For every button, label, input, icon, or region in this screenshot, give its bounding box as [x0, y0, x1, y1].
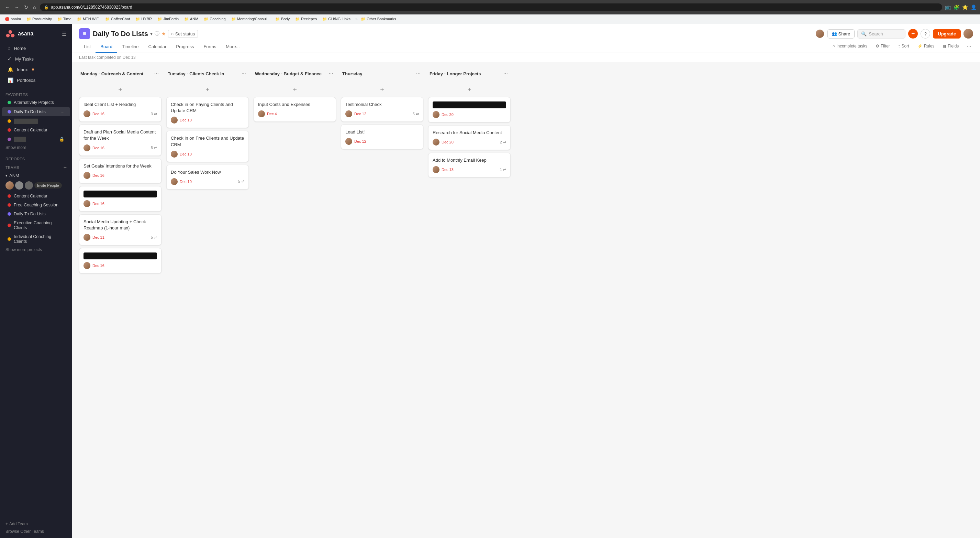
add-card-tuesday-button[interactable]: +: [169, 84, 247, 95]
sidebar-project-alternatively[interactable]: Alternatively Projects: [2, 98, 70, 107]
tab-timeline[interactable]: Timeline: [117, 41, 144, 53]
project-more-icon[interactable]: ···: [60, 109, 65, 115]
title-dropdown-icon[interactable]: ▾: [150, 31, 153, 37]
home-button[interactable]: ⌂: [32, 4, 37, 11]
bookmark-baalm[interactable]: 🔴 baalm: [3, 16, 23, 22]
column-wednesday-menu[interactable]: ···: [328, 70, 335, 77]
show-more-favorites[interactable]: Show more: [0, 144, 72, 152]
tab-list[interactable]: List: [79, 41, 95, 53]
add-card-friday-button[interactable]: +: [430, 84, 509, 95]
card-research-social[interactable]: Research for Social Media Content Dec 20…: [428, 125, 511, 150]
bookmark-ghng[interactable]: 📁 GH/NG Links: [320, 16, 353, 22]
card-footer: Dec 10 5 ⇌: [171, 178, 244, 185]
show-more-projects[interactable]: Show more projects: [0, 246, 72, 254]
column-monday-menu[interactable]: ···: [153, 70, 160, 77]
tab-forms[interactable]: Forms: [199, 41, 221, 53]
rules-button[interactable]: ⚡ Rules: [915, 43, 937, 49]
sidebar-project-redacted2[interactable]: ████ 🔒: [2, 135, 70, 144]
tab-more[interactable]: More...: [221, 41, 244, 53]
bookmark-productivity[interactable]: 📁 Productivity: [24, 16, 54, 22]
bookmark-star-icon[interactable]: ⭐: [962, 5, 968, 10]
bookmark-mentoring[interactable]: 📁 Mentoring/Consul...: [229, 16, 272, 22]
extensions-icon[interactable]: 🧩: [953, 5, 959, 10]
sidebar-toggle-icon[interactable]: ☰: [62, 30, 67, 37]
invite-people-button[interactable]: Invite People: [34, 182, 62, 188]
card-redacted-2[interactable]: Dec 16: [79, 248, 162, 273]
add-card-monday-button[interactable]: +: [81, 84, 159, 95]
sidebar-item-home[interactable]: ⌂ Home: [2, 43, 70, 53]
sidebar-project-redacted1[interactable]: ████████: [2, 117, 70, 125]
back-button[interactable]: ←: [3, 4, 11, 11]
bookmark-coffeechat[interactable]: 📁 CoffeeChat: [103, 16, 132, 22]
sidebar-project-daily[interactable]: Daily To Do Lists ···: [2, 107, 70, 116]
profile-icon[interactable]: 👤: [971, 5, 977, 10]
sidebar-team-project-content-calendar[interactable]: Content Calendar: [2, 192, 70, 200]
card-redacted-1[interactable]: Dec 16: [79, 186, 162, 212]
refresh-button[interactable]: ↻: [23, 4, 30, 11]
add-card-thursday-button[interactable]: +: [343, 84, 421, 95]
help-button[interactable]: ?: [921, 29, 930, 38]
card-check-free-clients[interactable]: Check in on Free Clients and Update CRM …: [166, 131, 249, 162]
share-button[interactable]: 👥 Share: [827, 29, 855, 38]
bookmark-anm[interactable]: 📁 ANM: [182, 16, 200, 22]
bookmark-hybr[interactable]: 📁 HYBR: [133, 16, 154, 22]
rules-icon: ⚡: [918, 44, 923, 48]
bookmark-jimfortin[interactable]: 📁 JimFortin: [155, 16, 181, 22]
bookmark-body[interactable]: 📁 Body: [273, 16, 292, 22]
filter-button[interactable]: ⚙ Filter: [873, 43, 892, 49]
title-info-icon[interactable]: ⓘ: [154, 30, 159, 37]
bookmarks-more[interactable]: »: [355, 17, 357, 21]
create-button[interactable]: +: [908, 29, 918, 38]
card-draft-social[interactable]: Draft and Plan Social Media Content for …: [79, 125, 162, 155]
card-do-sales[interactable]: Do Your Sales Work Now Dec 10 5 ⇌: [166, 165, 249, 190]
sidebar-item-portfolios[interactable]: 📊 Portfolios: [2, 75, 70, 85]
column-tuesday-menu[interactable]: ···: [240, 70, 247, 77]
sidebar-team-project-daily-todo[interactable]: Daily To Do Lists: [2, 210, 70, 218]
column-friday-header: Friday - Longer Projects ···: [428, 68, 511, 80]
card-input-costs[interactable]: Input Costs and Expenses Dec 4: [254, 97, 336, 122]
add-card-wednesday-button[interactable]: +: [256, 84, 334, 95]
sidebar-item-inbox[interactable]: 🔔 Inbox: [2, 64, 70, 75]
title-star-icon[interactable]: ★: [162, 31, 166, 37]
column-thursday-menu[interactable]: ···: [415, 70, 422, 77]
bookmark-coaching[interactable]: 📁 Coaching: [202, 16, 228, 22]
bookmark-other[interactable]: 📁 Other Bookmarks: [359, 16, 398, 22]
bookmark-mtn[interactable]: 📁 MTN WiFi: [75, 16, 102, 22]
user-avatar[interactable]: [964, 29, 973, 38]
bookmark-time[interactable]: 📁 Time: [55, 16, 73, 22]
tab-calendar[interactable]: Calendar: [144, 41, 172, 53]
cast-icon[interactable]: 📺: [945, 5, 951, 10]
card-lead-list[interactable]: Lead List! Dec 12: [341, 125, 423, 149]
set-status-button[interactable]: ○ Set status: [168, 30, 198, 38]
column-friday-menu[interactable]: ···: [502, 70, 509, 77]
card-ideal-client[interactable]: Ideal Client List + Reading Dec 16 3 ⇌: [79, 97, 162, 122]
address-bar[interactable]: 🔒 app.asana.com/0/1128582746830023/board: [40, 3, 942, 11]
search-box[interactable]: 🔍 Search: [858, 29, 905, 38]
card-testimonial-check[interactable]: Testimonial Check Dec 12 5 ⇌: [341, 97, 423, 122]
asana-logo[interactable]: asana: [5, 29, 33, 38]
forward-button[interactable]: →: [13, 4, 21, 11]
toolbar-more-icon[interactable]: ···: [965, 42, 973, 50]
fields-button[interactable]: ▦ Fields: [940, 43, 961, 49]
tab-board[interactable]: Board: [95, 41, 117, 53]
add-team-button[interactable]: + Add Team: [5, 520, 67, 528]
card-add-monthly-email[interactable]: Add to Monthly Email Keep Dec 13 1 ⇌: [428, 153, 511, 177]
incomplete-tasks-filter[interactable]: ○ Incomplete tasks: [830, 43, 869, 49]
tab-progress[interactable]: Progress: [171, 41, 199, 53]
bookmark-reciepes[interactable]: 📁 Reciepes: [293, 16, 319, 22]
card-redacted-friday-1[interactable]: Dec 20: [428, 97, 511, 123]
card-social-updating[interactable]: Social Media Updating + Check Roadmap (1…: [79, 214, 162, 245]
add-team-icon[interactable]: +: [64, 164, 67, 171]
project-dot: [8, 137, 11, 141]
sidebar-team-project-exec-coaching[interactable]: Executive Coaching Clients: [2, 219, 70, 232]
card-set-goals[interactable]: Set Goals/ Intentions for the Week Dec 1…: [79, 158, 162, 184]
card-check-paying-clients[interactable]: Check in on Paying Clients and Update CR…: [166, 97, 249, 128]
upgrade-button[interactable]: Upgrade: [933, 29, 961, 38]
sidebar-project-content-calendar[interactable]: Content Calendar: [2, 126, 70, 134]
sort-button[interactable]: ↕ Sort: [896, 43, 911, 49]
sidebar-team-project-individual-coaching[interactable]: Individual Coaching Clients: [2, 233, 70, 246]
sidebar-team-project-free-coaching[interactable]: Free Coaching Session: [2, 201, 70, 209]
sidebar-item-my-tasks[interactable]: ✓ My Tasks: [2, 54, 70, 64]
browse-other-teams-link[interactable]: Browse Other Teams: [5, 528, 67, 535]
team-anm-header[interactable]: ▾ ANM: [0, 171, 72, 180]
